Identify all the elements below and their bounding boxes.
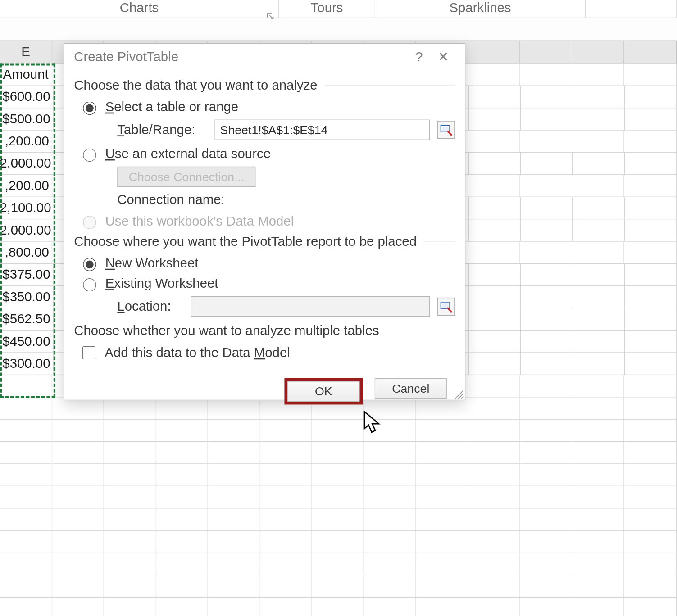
input-location [191, 296, 430, 317]
section-choose-data: Choose the data that you want to analyze [74, 77, 455, 93]
column-header[interactable] [468, 41, 521, 63]
radio-label: New Worksheet [105, 255, 199, 271]
radio-label: Use an external data source [105, 146, 271, 162]
ok-button[interactable]: OK [287, 381, 359, 401]
ribbon-group-labels: Charts Tours Sparklines [0, 0, 677, 18]
cell[interactable]: $300.00 [0, 353, 53, 375]
cell[interactable]: $500.00 [0, 108, 53, 130]
ribbon-group-sparklines: Sparklines [375, 0, 586, 18]
cell[interactable]: ,800.00 [0, 242, 52, 264]
close-icon[interactable]: ✕ [431, 49, 455, 65]
range-picker-icon[interactable] [437, 121, 455, 139]
checkbox-add-data-model-input[interactable] [82, 346, 95, 359]
cell[interactable] [468, 64, 521, 86]
dialog-button-row: OK Cancel [74, 366, 455, 415]
cell[interactable]: $562.50 [0, 308, 53, 331]
choose-connection-button: Choose Connection... [117, 167, 256, 187]
cell[interactable]: ,200.00 [0, 131, 52, 153]
radio-label: Select a table or range [105, 99, 239, 115]
range-picker-icon[interactable] [437, 298, 455, 316]
cell[interactable]: 2,000.00 [0, 219, 54, 241]
ribbon-label: Tours [311, 0, 343, 16]
svg-rect-1 [442, 127, 449, 131]
label-connection-name: Connection name: [117, 192, 224, 208]
cell[interactable]: $450.00 [0, 331, 53, 353]
ribbon-group-tours: Tours [279, 0, 375, 18]
cell[interactable]: 2,000.00 [0, 153, 54, 175]
label-table-range: Table/Range: [117, 122, 207, 138]
radio-new-worksheet[interactable]: New Worksheet [80, 255, 455, 271]
radio-label: Existing Worksheet [105, 276, 218, 292]
radio-data-model: Use this workbook's Data Model [80, 213, 455, 229]
checkbox-add-data-model[interactable]: Add this data to the Data Model [80, 344, 455, 361]
field-table-range: Table/Range: [117, 120, 455, 140]
section-placement: Choose where you want the PivotTable rep… [74, 234, 455, 249]
input-table-range[interactable] [215, 120, 430, 140]
row-connection-name: Connection name: [117, 192, 455, 208]
row-choose-connection: Choose Connection... [117, 167, 455, 187]
column-header[interactable] [572, 41, 625, 63]
cell[interactable]: $375.00 [0, 264, 53, 286]
radio-existing-worksheet-input[interactable] [83, 278, 96, 291]
dialog-title: Create PivotTable [74, 49, 178, 65]
column-header[interactable] [624, 41, 677, 63]
checkbox-label: Add this data to the Data Model [105, 345, 290, 361]
cell-header-amount[interactable]: Amount [0, 64, 52, 86]
formula-bar[interactable] [0, 18, 677, 41]
radio-data-model-input [83, 216, 96, 229]
ribbon-group-end [586, 0, 677, 18]
help-icon[interactable]: ? [407, 49, 431, 65]
cell[interactable]: 2,100.00 [0, 197, 54, 219]
radio-external-source-input[interactable] [83, 148, 96, 161]
column-header-E[interactable]: E [0, 41, 52, 63]
radio-external-source[interactable]: Use an external data source [80, 146, 455, 162]
cell[interactable]: $600.00 [0, 86, 53, 108]
cell[interactable]: $350.00 [0, 286, 53, 308]
cancel-button[interactable]: Cancel [375, 378, 447, 399]
radio-new-worksheet-input[interactable] [83, 258, 96, 271]
section-multiple-tables: Choose whether you want to analyze multi… [74, 323, 455, 339]
cell[interactable] [624, 64, 677, 86]
radio-existing-worksheet[interactable]: Existing Worksheet [80, 276, 455, 292]
dialog-titlebar[interactable]: Create PivotTable ? ✕ [64, 44, 465, 70]
radio-select-table-range-input[interactable] [83, 101, 96, 114]
field-location: Location: [117, 296, 455, 317]
radio-label: Use this workbook's Data Model [105, 213, 294, 229]
svg-rect-3 [442, 303, 449, 308]
ribbon-label: Charts [120, 0, 159, 16]
ribbon-group-charts: Charts [0, 0, 279, 18]
cell[interactable] [520, 64, 572, 86]
column-header[interactable] [520, 41, 572, 63]
resize-grip-icon[interactable] [453, 388, 463, 399]
create-pivottable-dialog: Create PivotTable ? ✕ Choose the data th… [64, 43, 466, 400]
ok-highlight-frame: OK [284, 378, 363, 405]
radio-select-table-range[interactable]: Select a table or range [80, 99, 455, 115]
cell[interactable]: ,200.00 [0, 175, 52, 197]
ribbon-label: Sparklines [449, 0, 511, 16]
dialog-launcher-icon[interactable] [266, 9, 275, 17]
cell[interactable] [572, 64, 625, 86]
label-location: Location: [117, 299, 183, 314]
